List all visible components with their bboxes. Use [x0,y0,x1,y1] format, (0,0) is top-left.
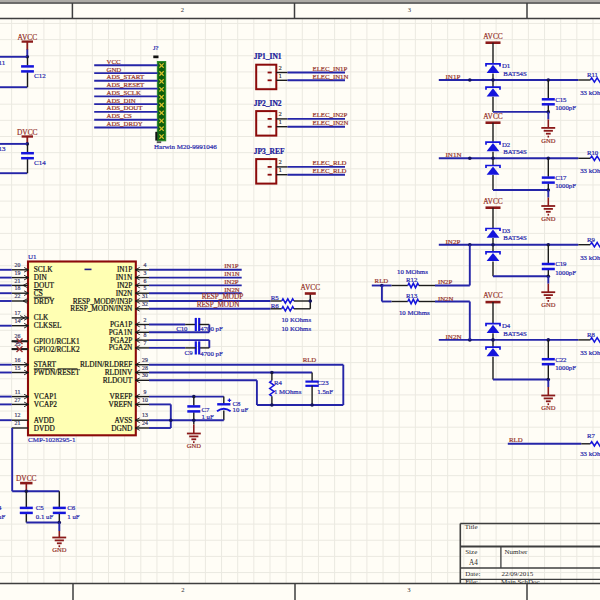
svg-text:1: 1 [279,119,282,125]
svg-text:10 uF: 10 uF [233,406,249,413]
svg-text:R10: R10 [587,149,599,156]
svg-text:R9: R9 [587,236,596,243]
svg-text:21: 21 [15,420,21,426]
svg-text:15: 15 [15,365,21,371]
svg-text:DGND: DGND [111,424,132,433]
svg-text:File:: File: [465,578,478,586]
svg-text:9: 9 [143,389,146,395]
svg-text:RLDOUT: RLDOUT [103,376,133,385]
svg-text:GND: GND [541,137,555,144]
svg-text:2: 2 [279,159,282,165]
svg-text:CMP-1028295-1: CMP-1028295-1 [28,436,76,444]
svg-text:1 MOhms: 1 MOhms [274,388,302,395]
svg-text:17: 17 [15,310,21,316]
svg-text:GND: GND [541,404,555,411]
svg-text:13: 13 [142,412,148,418]
svg-text:RLD: RLD [303,356,317,363]
svg-text:Title: Title [465,523,478,531]
svg-text:AVCC: AVCC [483,112,503,121]
svg-text:VCC: VCC [107,58,121,65]
svg-text:1000pF: 1000pF [555,269,576,276]
svg-text:D2: D2 [502,141,511,148]
svg-text:22/09/2015: 22/09/2015 [501,570,533,578]
svg-text:BAT54S: BAT54S [503,70,527,77]
svg-text:R13: R13 [406,292,418,299]
svg-text:4: 4 [143,262,146,268]
svg-text:ELEC_IN1P: ELEC_IN1P [313,65,348,72]
svg-text:ADS_RESET: ADS_RESET [107,81,146,88]
svg-text:DVCC: DVCC [17,128,38,137]
svg-text:IN1P: IN1P [224,262,239,269]
svg-text:C22: C22 [555,356,567,363]
svg-text:20: 20 [15,262,21,268]
svg-text:1: 1 [279,167,282,173]
svg-text:33 kOhm: 33 kOhm [580,89,600,96]
svg-text:18: 18 [15,285,21,291]
svg-text:D3: D3 [502,227,511,234]
svg-text:19: 19 [15,270,21,276]
svg-text:DRDY: DRDY [34,297,55,306]
svg-text:R12: R12 [406,276,418,283]
svg-text:4700 pF: 4700 pF [200,350,223,357]
svg-text:GND: GND [541,301,555,308]
svg-text:1000pF: 1000pF [555,364,576,371]
svg-text:12: 12 [15,412,21,418]
svg-text:BAT54S: BAT54S [503,234,527,241]
svg-text:D1: D1 [502,62,510,69]
svg-text:10 MOhms: 10 MOhms [397,268,428,275]
svg-text:2: 2 [181,586,184,593]
svg-text:C23: C23 [317,379,329,386]
svg-text:PGA2N: PGA2N [109,343,133,352]
svg-text:C6: C6 [67,504,76,511]
svg-text:C14: C14 [34,159,46,167]
svg-text:AVCC: AVCC [483,32,503,41]
svg-text:2: 2 [279,65,282,71]
svg-text:JP2_IN2: JP2_IN2 [254,99,282,108]
svg-text:24: 24 [142,420,148,426]
svg-text:VCAP2: VCAP2 [34,400,57,409]
svg-text:3: 3 [143,270,146,276]
svg-text:33 kOhm: 33 kOhm [580,349,600,356]
svg-text:A4: A4 [469,559,478,567]
svg-text:IN2P: IN2P [446,238,461,246]
svg-text:32: 32 [142,301,148,307]
svg-text:GPIO2/RCLK2: GPIO2/RCLK2 [34,345,80,354]
svg-text:CLKSEL: CLKSEL [34,321,62,330]
svg-text:1: 1 [279,73,282,79]
svg-text:JP3_REF: JP3_REF [254,147,285,156]
svg-text:14: 14 [15,318,21,324]
svg-text:Size: Size [465,548,477,556]
svg-text:2: 2 [181,6,184,13]
svg-text:11: 11 [15,389,21,395]
svg-text:21: 21 [15,278,21,284]
svg-text:GND: GND [187,442,201,449]
svg-text:R7: R7 [587,432,596,439]
svg-text:U1: U1 [28,253,37,261]
svg-text:ELEC_RLD: ELEC_RLD [313,167,347,174]
svg-text:R6: R6 [271,302,280,309]
svg-text:2: 2 [279,111,282,117]
svg-text:22: 22 [15,293,21,299]
svg-text:29: 29 [142,357,148,363]
svg-text:IN1N: IN1N [446,151,462,159]
svg-text:30: 30 [142,372,148,378]
svg-text:C9: C9 [185,349,194,356]
svg-text:10 KOhms: 10 KOhms [281,316,311,323]
svg-text:ADS_START: ADS_START [107,73,145,80]
svg-text:26: 26 [15,333,21,339]
svg-text:ELEC_IN2N: ELEC_IN2N [313,119,349,126]
svg-text:DVDD: DVDD [34,424,55,433]
svg-text:Main.SchDoc: Main.SchDoc [501,578,540,586]
svg-text:IN2N: IN2N [446,333,462,341]
svg-text:AVCC: AVCC [301,283,321,292]
svg-text:31: 31 [142,293,148,299]
svg-text:28: 28 [142,365,148,371]
svg-text:IN2P: IN2P [224,278,239,285]
svg-text:1 uF: 1 uF [0,513,5,520]
svg-text:27: 27 [15,397,21,403]
svg-text:Date:: Date: [465,570,480,578]
svg-text:C7: C7 [202,406,211,413]
svg-text:IN2N: IN2N [438,295,454,302]
svg-text:Number: Number [505,548,529,556]
svg-text:33 kOhm: 33 kOhm [580,450,600,457]
